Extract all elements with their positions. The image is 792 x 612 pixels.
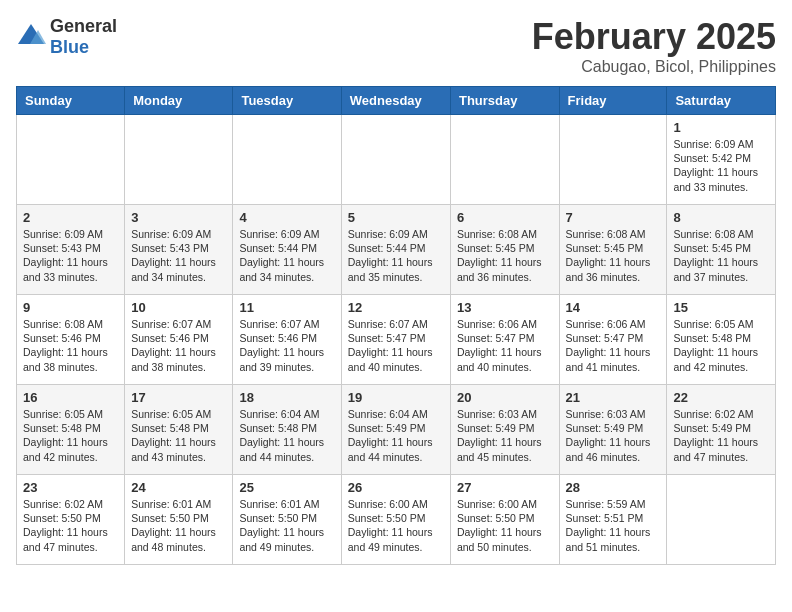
day-number: 22 xyxy=(673,390,769,405)
day-number: 6 xyxy=(457,210,553,225)
day-info: Sunrise: 6:02 AM Sunset: 5:49 PM Dayligh… xyxy=(673,407,769,464)
day-info: Sunrise: 6:04 AM Sunset: 5:49 PM Dayligh… xyxy=(348,407,444,464)
day-of-week-header: Wednesday xyxy=(341,87,450,115)
day-number: 5 xyxy=(348,210,444,225)
calendar-cell: 18Sunrise: 6:04 AM Sunset: 5:48 PM Dayli… xyxy=(233,385,341,475)
day-info: Sunrise: 6:03 AM Sunset: 5:49 PM Dayligh… xyxy=(566,407,661,464)
day-info: Sunrise: 6:05 AM Sunset: 5:48 PM Dayligh… xyxy=(23,407,118,464)
calendar-cell: 6Sunrise: 6:08 AM Sunset: 5:45 PM Daylig… xyxy=(450,205,559,295)
calendar-cell: 13Sunrise: 6:06 AM Sunset: 5:47 PM Dayli… xyxy=(450,295,559,385)
day-number: 7 xyxy=(566,210,661,225)
calendar-cell: 14Sunrise: 6:06 AM Sunset: 5:47 PM Dayli… xyxy=(559,295,667,385)
day-of-week-header: Sunday xyxy=(17,87,125,115)
day-number: 24 xyxy=(131,480,226,495)
day-info: Sunrise: 6:09 AM Sunset: 5:44 PM Dayligh… xyxy=(348,227,444,284)
day-number: 2 xyxy=(23,210,118,225)
day-number: 17 xyxy=(131,390,226,405)
day-info: Sunrise: 6:09 AM Sunset: 5:44 PM Dayligh… xyxy=(239,227,334,284)
day-info: Sunrise: 6:00 AM Sunset: 5:50 PM Dayligh… xyxy=(457,497,553,554)
day-info: Sunrise: 6:01 AM Sunset: 5:50 PM Dayligh… xyxy=(131,497,226,554)
calendar-cell xyxy=(17,115,125,205)
day-info: Sunrise: 6:03 AM Sunset: 5:49 PM Dayligh… xyxy=(457,407,553,464)
day-info: Sunrise: 6:08 AM Sunset: 5:46 PM Dayligh… xyxy=(23,317,118,374)
logo: General Blue xyxy=(16,16,117,58)
day-info: Sunrise: 6:07 AM Sunset: 5:46 PM Dayligh… xyxy=(239,317,334,374)
calendar-cell xyxy=(125,115,233,205)
calendar-cell: 28Sunrise: 5:59 AM Sunset: 5:51 PM Dayli… xyxy=(559,475,667,565)
day-info: Sunrise: 6:08 AM Sunset: 5:45 PM Dayligh… xyxy=(566,227,661,284)
calendar-cell: 20Sunrise: 6:03 AM Sunset: 5:49 PM Dayli… xyxy=(450,385,559,475)
calendar-cell: 7Sunrise: 6:08 AM Sunset: 5:45 PM Daylig… xyxy=(559,205,667,295)
day-number: 20 xyxy=(457,390,553,405)
calendar-cell: 21Sunrise: 6:03 AM Sunset: 5:49 PM Dayli… xyxy=(559,385,667,475)
day-of-week-header: Tuesday xyxy=(233,87,341,115)
day-number: 18 xyxy=(239,390,334,405)
calendar-cell xyxy=(559,115,667,205)
calendar-cell: 2Sunrise: 6:09 AM Sunset: 5:43 PM Daylig… xyxy=(17,205,125,295)
page-header: General Blue February 2025 Cabugao, Bico… xyxy=(16,16,776,76)
calendar-cell: 9Sunrise: 6:08 AM Sunset: 5:46 PM Daylig… xyxy=(17,295,125,385)
calendar-cell: 19Sunrise: 6:04 AM Sunset: 5:49 PM Dayli… xyxy=(341,385,450,475)
day-of-week-header: Saturday xyxy=(667,87,776,115)
day-number: 26 xyxy=(348,480,444,495)
calendar-cell: 3Sunrise: 6:09 AM Sunset: 5:43 PM Daylig… xyxy=(125,205,233,295)
day-number: 25 xyxy=(239,480,334,495)
calendar-cell: 4Sunrise: 6:09 AM Sunset: 5:44 PM Daylig… xyxy=(233,205,341,295)
day-number: 27 xyxy=(457,480,553,495)
calendar-cell: 10Sunrise: 6:07 AM Sunset: 5:46 PM Dayli… xyxy=(125,295,233,385)
calendar-cell: 16Sunrise: 6:05 AM Sunset: 5:48 PM Dayli… xyxy=(17,385,125,475)
day-info: Sunrise: 6:08 AM Sunset: 5:45 PM Dayligh… xyxy=(457,227,553,284)
location-title: Cabugao, Bicol, Philippines xyxy=(532,58,776,76)
calendar-cell: 1Sunrise: 6:09 AM Sunset: 5:42 PM Daylig… xyxy=(667,115,776,205)
day-number: 1 xyxy=(673,120,769,135)
day-info: Sunrise: 6:09 AM Sunset: 5:42 PM Dayligh… xyxy=(673,137,769,194)
calendar-week-row: 9Sunrise: 6:08 AM Sunset: 5:46 PM Daylig… xyxy=(17,295,776,385)
calendar-week-row: 2Sunrise: 6:09 AM Sunset: 5:43 PM Daylig… xyxy=(17,205,776,295)
calendar-cell xyxy=(450,115,559,205)
calendar-cell: 27Sunrise: 6:00 AM Sunset: 5:50 PM Dayli… xyxy=(450,475,559,565)
calendar-header-row: SundayMondayTuesdayWednesdayThursdayFrid… xyxy=(17,87,776,115)
day-info: Sunrise: 6:02 AM Sunset: 5:50 PM Dayligh… xyxy=(23,497,118,554)
calendar-cell: 17Sunrise: 6:05 AM Sunset: 5:48 PM Dayli… xyxy=(125,385,233,475)
day-number: 16 xyxy=(23,390,118,405)
day-info: Sunrise: 6:00 AM Sunset: 5:50 PM Dayligh… xyxy=(348,497,444,554)
calendar-cell xyxy=(233,115,341,205)
calendar-cell xyxy=(341,115,450,205)
calendar-cell: 12Sunrise: 6:07 AM Sunset: 5:47 PM Dayli… xyxy=(341,295,450,385)
day-number: 21 xyxy=(566,390,661,405)
title-section: February 2025 Cabugao, Bicol, Philippine… xyxy=(532,16,776,76)
calendar-cell: 5Sunrise: 6:09 AM Sunset: 5:44 PM Daylig… xyxy=(341,205,450,295)
day-number: 8 xyxy=(673,210,769,225)
day-number: 15 xyxy=(673,300,769,315)
calendar-cell: 25Sunrise: 6:01 AM Sunset: 5:50 PM Dayli… xyxy=(233,475,341,565)
day-info: Sunrise: 6:08 AM Sunset: 5:45 PM Dayligh… xyxy=(673,227,769,284)
day-info: Sunrise: 6:06 AM Sunset: 5:47 PM Dayligh… xyxy=(457,317,553,374)
day-info: Sunrise: 6:05 AM Sunset: 5:48 PM Dayligh… xyxy=(673,317,769,374)
day-number: 19 xyxy=(348,390,444,405)
day-number: 23 xyxy=(23,480,118,495)
day-number: 3 xyxy=(131,210,226,225)
day-number: 9 xyxy=(23,300,118,315)
day-info: Sunrise: 6:09 AM Sunset: 5:43 PM Dayligh… xyxy=(23,227,118,284)
day-of-week-header: Friday xyxy=(559,87,667,115)
logo-text: General Blue xyxy=(50,16,117,58)
day-number: 14 xyxy=(566,300,661,315)
day-number: 4 xyxy=(239,210,334,225)
day-info: Sunrise: 6:04 AM Sunset: 5:48 PM Dayligh… xyxy=(239,407,334,464)
day-number: 13 xyxy=(457,300,553,315)
calendar-table: SundayMondayTuesdayWednesdayThursdayFrid… xyxy=(16,86,776,565)
calendar-cell xyxy=(667,475,776,565)
day-info: Sunrise: 6:09 AM Sunset: 5:43 PM Dayligh… xyxy=(131,227,226,284)
month-title: February 2025 xyxy=(532,16,776,58)
calendar-cell: 8Sunrise: 6:08 AM Sunset: 5:45 PM Daylig… xyxy=(667,205,776,295)
day-info: Sunrise: 6:01 AM Sunset: 5:50 PM Dayligh… xyxy=(239,497,334,554)
day-of-week-header: Thursday xyxy=(450,87,559,115)
calendar-week-row: 1Sunrise: 6:09 AM Sunset: 5:42 PM Daylig… xyxy=(17,115,776,205)
day-info: Sunrise: 6:07 AM Sunset: 5:47 PM Dayligh… xyxy=(348,317,444,374)
calendar-cell: 15Sunrise: 6:05 AM Sunset: 5:48 PM Dayli… xyxy=(667,295,776,385)
day-info: Sunrise: 6:05 AM Sunset: 5:48 PM Dayligh… xyxy=(131,407,226,464)
day-info: Sunrise: 5:59 AM Sunset: 5:51 PM Dayligh… xyxy=(566,497,661,554)
calendar-week-row: 16Sunrise: 6:05 AM Sunset: 5:48 PM Dayli… xyxy=(17,385,776,475)
calendar-cell: 24Sunrise: 6:01 AM Sunset: 5:50 PM Dayli… xyxy=(125,475,233,565)
calendar-week-row: 23Sunrise: 6:02 AM Sunset: 5:50 PM Dayli… xyxy=(17,475,776,565)
